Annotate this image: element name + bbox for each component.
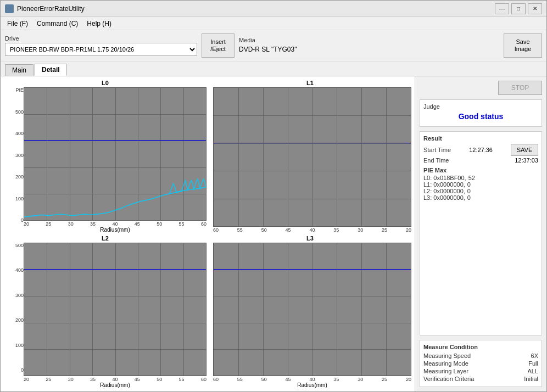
end-time-key: End Time <box>423 157 449 164</box>
chart-l0: L0 PIE 500 400 300 200 100 0 <box>3 79 208 234</box>
chart-l3-plot: 60 55 50 45 40 35 30 25 20 Radius(mm) <box>213 243 411 388</box>
media-value: DVD-R SL "TYG03" <box>239 44 499 54</box>
chart-l2-canvas <box>24 243 206 376</box>
pie-l3-val: 0 <box>467 194 471 201</box>
pie-l0-key: L0: 0x018BF00, <box>423 175 466 181</box>
menu-bar: File (F) Command (C) Help (H) <box>1 17 546 30</box>
charts-area: L0 PIE 500 400 300 200 100 0 <box>1 76 415 391</box>
title-bar: PioneerErrorRateUtility — □ ✕ <box>1 1 546 17</box>
chart-l3-canvas <box>213 243 411 376</box>
chart-l2-x-labels: 20 25 30 35 40 45 50 55 60 <box>24 377 206 382</box>
end-time-val: 12:37:03 <box>515 157 538 164</box>
chart-l0-plot: 20 25 30 35 40 45 50 55 60 Radius(mm) <box>24 87 206 233</box>
pie-l3-key: L3: 0x0000000, <box>423 194 465 201</box>
right-panel: STOP Judge Good status Result Start Time… <box>415 76 546 391</box>
chart-l0-title: L0 <box>3 80 208 86</box>
menu-command[interactable]: Command (C) <box>32 19 82 29</box>
insert-eject-button[interactable]: Insert/Eject <box>202 33 235 58</box>
measure-section: Measure Condition Measuring Speed 6X Mea… <box>420 340 542 387</box>
media-label: Media <box>239 37 499 43</box>
end-time-row: End Time 12:37:03 <box>423 157 538 164</box>
charts-grid: L0 PIE 500 400 300 200 100 0 <box>3 79 412 389</box>
pie-label: PIE <box>15 87 24 93</box>
main-content: L0 PIE 500 400 300 200 100 0 <box>1 76 546 391</box>
result-label: Result <box>423 135 538 142</box>
chart-l1: L1 <box>208 79 412 234</box>
main-window: PioneerErrorRateUtility — □ ✕ File (F) C… <box>0 0 547 392</box>
media-section: Media DVD-R SL "TYG03" <box>239 37 499 54</box>
start-time-row: Start Time 12:27:36 SAVE <box>423 144 538 156</box>
verification-criteria-row: Verification Criteria Initial <box>423 376 538 382</box>
chart-l3-x-title: Radius(mm) <box>213 382 411 388</box>
chart-l0-canvas <box>24 87 206 221</box>
chart-l1-canvas <box>213 87 411 227</box>
chart-l3-x-labels: 60 55 50 45 40 35 30 25 20 <box>213 377 411 382</box>
chart-l3-title: L3 <box>208 235 412 242</box>
measuring-layer-row: Measuring Layer ALL <box>423 368 538 374</box>
pie-row-l2: L2: 0x0000000, 0 <box>423 188 538 194</box>
verification-criteria-key: Verification Criteria <box>423 376 474 382</box>
measuring-mode-key: Measuring Mode <box>423 360 468 367</box>
pie-l0-val: 52 <box>468 175 475 181</box>
result-section: Result Start Time 12:27:36 SAVE End Time… <box>420 131 542 335</box>
measuring-layer-val: ALL <box>527 368 538 374</box>
tab-detail[interactable]: Detail <box>35 64 67 76</box>
chart-l0-x-labels: 20 25 30 35 40 45 50 55 60 <box>24 221 206 227</box>
chart-l1-title: L1 <box>208 80 412 86</box>
drive-group: Drive PIONEER BD-RW BDR-PR1ML 1.75 20/10… <box>5 35 197 56</box>
pie-row-l3: L3: 0x0000000, 0 <box>423 194 538 201</box>
measuring-speed-row: Measuring Speed 6X <box>423 352 538 359</box>
chart-l3-inner: 60 55 50 45 40 35 30 25 20 Radius(mm) <box>209 243 411 388</box>
judge-section: Judge Good status <box>420 99 542 127</box>
chart-l1-inner: 60 55 50 45 40 35 30 25 20 <box>209 87 411 233</box>
drive-label: Drive <box>5 35 197 42</box>
measuring-mode-val: Full <box>528 360 538 367</box>
title-controls: — □ ✕ <box>495 3 542 14</box>
start-time-val: 12:27:36 <box>469 147 493 153</box>
toolbar: Drive PIONEER BD-RW BDR-PR1ML 1.75 20/10… <box>1 30 546 61</box>
pie-l1-val: 0 <box>467 181 471 188</box>
pie-l2-key: L2: 0x0000000, <box>423 188 465 194</box>
chart-l2: L2 500 400 300 200 100 0 <box>3 234 208 389</box>
minimize-button[interactable]: — <box>495 3 509 14</box>
close-button[interactable]: ✕ <box>528 3 542 14</box>
pie-max-label: PIE Max <box>423 167 538 173</box>
chart-l2-inner: 500 400 300 200 100 0 <box>4 243 206 388</box>
drive-select[interactable]: PIONEER BD-RW BDR-PR1ML 1.75 20/10/26 <box>5 43 197 56</box>
chart-l1-plot: 60 55 50 45 40 35 30 25 20 <box>213 87 411 233</box>
stop-button[interactable]: STOP <box>498 81 542 95</box>
save-button[interactable]: SAVE <box>511 144 538 156</box>
pie-row-l0: L0: 0x018BF00, 52 <box>423 175 538 181</box>
judge-status: Good status <box>423 110 538 123</box>
app-icon <box>5 4 14 13</box>
measuring-speed-val: 6X <box>531 352 538 359</box>
chart-l2-x-title: Radius(mm) <box>24 382 206 388</box>
chart-l0-inner: PIE 500 400 300 200 100 0 <box>4 87 206 233</box>
judge-label: Judge <box>423 103 538 110</box>
tab-main[interactable]: Main <box>5 64 34 76</box>
chart-l2-title: L2 <box>3 235 208 242</box>
tabs-bar: Main Detail <box>1 61 546 76</box>
measuring-layer-key: Measuring Layer <box>423 368 468 374</box>
maximize-button[interactable]: □ <box>511 3 526 14</box>
measure-condition-label: Measure Condition <box>423 344 538 350</box>
measuring-mode-row: Measuring Mode Full <box>423 360 538 367</box>
window-title: PioneerErrorRateUtility <box>17 5 495 13</box>
pie-max-section: PIE Max L0: 0x018BF00, 52 L1: 0x0000000,… <box>423 167 538 201</box>
start-time-key: Start Time <box>423 147 451 153</box>
chart-l2-plot: 20 25 30 35 40 45 50 55 60 Radius(mm) <box>24 243 206 388</box>
save-image-button[interactable]: SaveImage <box>504 33 542 58</box>
chart-l3: L3 <box>208 234 412 389</box>
pie-row-l1: L1: 0x0000000, 0 <box>423 181 538 188</box>
pie-l1-key: L1: 0x0000000, <box>423 181 465 188</box>
menu-file[interactable]: File (F) <box>3 19 32 29</box>
verification-criteria-val: Initial <box>524 376 538 382</box>
measuring-speed-key: Measuring Speed <box>423 352 471 359</box>
menu-help[interactable]: Help (H) <box>82 19 116 29</box>
pie-l2-val: 0 <box>467 188 471 194</box>
chart-l0-x-title: Radius(mm) <box>24 227 206 233</box>
chart-l1-x-labels: 60 55 50 45 40 35 30 25 20 <box>213 227 411 233</box>
